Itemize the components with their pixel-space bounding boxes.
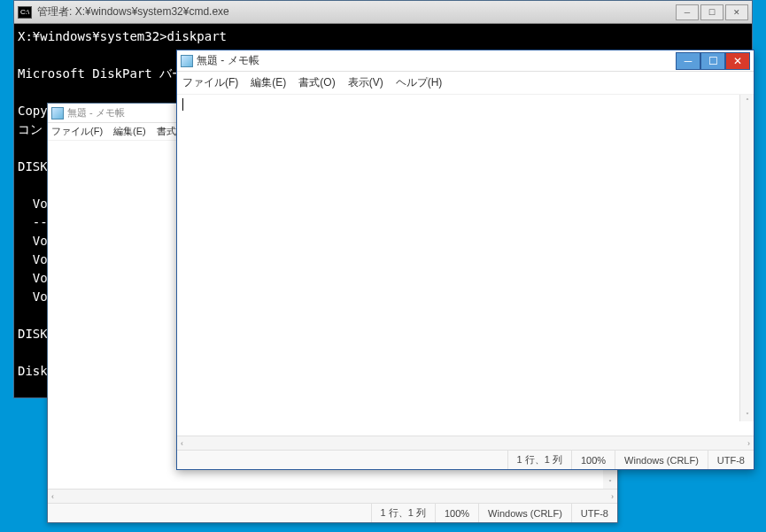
notepad-back-statusbar: 1 行、1 列 100% Windows (CRLF) UTF-8	[48, 503, 617, 522]
notepad-front-controls: ─ ☐ ✕	[676, 52, 750, 70]
scrollbar-horizontal[interactable]: ‹ ›	[48, 489, 617, 503]
cmd-window-controls: ─ ☐ ✕	[676, 4, 748, 20]
cmd-titlebar[interactable]: C:\ 管理者: X:¥windows¥system32¥cmd.exe ─ ☐…	[14, 1, 752, 24]
status-zoom: 100%	[571, 451, 615, 469]
menu-file[interactable]: ファイル(F)	[182, 75, 238, 90]
status-spacer	[48, 504, 371, 522]
scroll-down-icon[interactable]: ˅	[740, 409, 754, 421]
status-eol: Windows (CRLF)	[615, 451, 708, 469]
scroll-right-icon[interactable]: ›	[747, 439, 750, 448]
notepad-icon	[181, 55, 193, 67]
status-spacer	[177, 451, 507, 469]
notepad-front-statusbar: 1 行、1 列 100% Windows (CRLF) UTF-8	[177, 450, 754, 469]
status-position: 1 行、1 列	[371, 504, 435, 522]
close-button[interactable]: ✕	[725, 52, 750, 70]
menu-view[interactable]: 表示(V)	[348, 75, 383, 90]
notepad-icon	[51, 107, 64, 120]
minimize-button[interactable]: ─	[676, 52, 700, 70]
status-zoom: 100%	[435, 504, 478, 522]
notepad-body: ˄ ˅	[177, 95, 754, 436]
scroll-down-icon[interactable]: ˅	[603, 476, 617, 489]
maximize-button[interactable]: ☐	[700, 52, 725, 70]
menu-edit[interactable]: 編集(E)	[113, 125, 146, 138]
notepad-front-title: 無題 - メモ帳	[197, 53, 676, 68]
close-button[interactable]: ✕	[725, 4, 748, 20]
cmd-icon: C:\	[18, 6, 32, 19]
scrollbar-horizontal[interactable]: ‹ ›	[177, 436, 754, 450]
maximize-button[interactable]: ☐	[700, 4, 723, 20]
text-cursor	[182, 98, 183, 111]
menu-file[interactable]: ファイル(F)	[51, 125, 103, 138]
notepad-front-titlebar[interactable]: 無題 - メモ帳 ─ ☐ ✕	[177, 50, 754, 72]
menu-help[interactable]: ヘルプ(H)	[396, 75, 443, 90]
notepad-window-front: 無題 - メモ帳 ─ ☐ ✕ ファイル(F) 編集(E) 書式(O) 表示(V)…	[176, 50, 754, 470]
status-encoding: UTF-8	[571, 504, 617, 522]
status-eol: Windows (CRLF)	[478, 504, 571, 522]
cmd-title: 管理者: X:¥windows¥system32¥cmd.exe	[37, 4, 676, 19]
scroll-up-icon[interactable]: ˄	[740, 95, 754, 107]
status-position: 1 行、1 列	[507, 451, 571, 469]
menu-format[interactable]: 書式(O)	[298, 75, 335, 90]
scroll-right-icon[interactable]: ›	[611, 492, 614, 501]
scroll-left-icon[interactable]: ‹	[51, 492, 54, 501]
minimize-button[interactable]: ─	[676, 4, 699, 20]
scroll-left-icon[interactable]: ‹	[181, 439, 183, 448]
menu-edit[interactable]: 編集(E)	[251, 75, 286, 90]
scrollbar-vertical[interactable]: ˄ ˅	[739, 95, 754, 421]
text-wrap	[177, 95, 754, 436]
notepad-front-menubar: ファイル(F) 編集(E) 書式(O) 表示(V) ヘルプ(H)	[177, 72, 754, 95]
text-area[interactable]	[177, 95, 754, 117]
status-encoding: UTF-8	[708, 451, 754, 469]
